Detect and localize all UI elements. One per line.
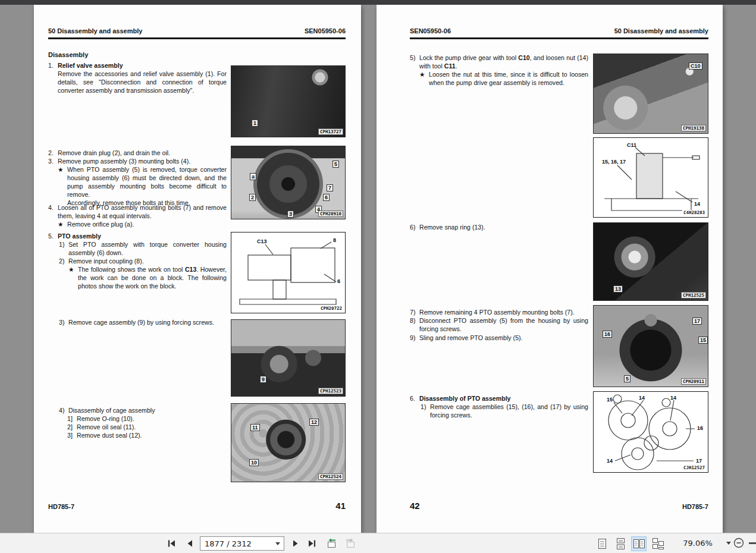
window-top-edge <box>0 0 756 5</box>
figure-caption: CPH20722 <box>319 306 343 311</box>
single-page-view-button[interactable] <box>595 537 609 551</box>
item-number: 5) <box>410 54 415 62</box>
item-number: 6. <box>410 394 415 403</box>
item-number: 2] <box>67 423 73 431</box>
figure-callout: 6 <box>323 194 330 201</box>
facing-pages-view-icon <box>633 538 645 549</box>
list-item: 5. PTO assembly <box>48 232 227 240</box>
item-text: Remove dust seal (12). <box>77 431 227 439</box>
item-number: 9) <box>410 334 415 342</box>
item-text: Lock the pump drive gear with tool <box>419 54 518 61</box>
continuous-view-button[interactable] <box>613 537 628 551</box>
figure-callout: 2 <box>249 194 256 201</box>
figure-diagram: 15 14 14 16 14 17 CJH12527 <box>593 391 708 473</box>
previous-page-icon <box>185 539 195 548</box>
next-page-button[interactable] <box>289 538 302 550</box>
note-text: Loosen the nut at this time, since it is… <box>429 70 588 87</box>
last-page-button[interactable] <box>306 538 319 550</box>
figure-photo: C10 CPH19138 <box>593 54 708 134</box>
list-item: 1] Remove O-ring (10). <box>67 414 227 423</box>
figure-callout: C10 <box>689 62 702 70</box>
star-icon: ★ <box>58 165 64 174</box>
item-text: Remove pump assembly (3) mounting bolts … <box>58 157 227 165</box>
item-text: Remove oil seal (11). <box>77 423 227 431</box>
list-item: 8) Disconnect PTO assembly (5) from the … <box>410 316 588 333</box>
previous-view-button[interactable] <box>325 538 338 550</box>
figure-callout: 14 <box>607 458 613 464</box>
continuous-facing-view-icon <box>653 538 664 549</box>
viewer-toolbar: 79.06% <box>0 533 756 553</box>
next-view-button[interactable] <box>344 538 357 550</box>
figure-caption: CPH19138 <box>681 125 706 131</box>
zoom-dropdown-caret-icon[interactable] <box>726 542 731 545</box>
page-number-combobox[interactable] <box>200 536 284 551</box>
figure-photo: 5 a 7 2 6 4 3 CPH20910 <box>231 146 346 219</box>
list-item: 4. Loosen all of PTO assembly mounting b… <box>48 203 227 220</box>
figure-callout: C11 <box>627 142 636 148</box>
zoom-out-icon <box>733 537 745 549</box>
zoom-out-button[interactable] <box>732 537 745 549</box>
figure-callout: 9 <box>260 376 266 383</box>
figure-callout: 14 <box>639 395 645 401</box>
next-page-icon <box>291 539 300 548</box>
page-number-input[interactable] <box>200 538 274 549</box>
figure-callout: 5 <box>624 375 630 382</box>
figure-caption: CPH20911 <box>681 378 706 385</box>
figure-callout: 11 <box>250 424 260 431</box>
figure-caption: C4H28283 <box>682 210 706 215</box>
single-page-view-icon <box>597 538 607 549</box>
continuous-view-icon <box>616 538 626 549</box>
page-number: 41 <box>48 501 346 511</box>
list-item: 2) Remove input coupling (8). <box>59 257 227 265</box>
page-header-title: 50 Disassembly and assembly <box>614 27 708 34</box>
figure-callout: a <box>250 173 256 180</box>
document-page-left: 50 Disassembly and assembly SEN05950-06 … <box>34 5 361 533</box>
item-number: 2. <box>48 149 54 157</box>
figure-callout: 14 <box>670 395 676 401</box>
section-heading: Disassembly <box>48 51 88 58</box>
item-number: 8) <box>410 316 415 325</box>
figure-callout: 13 <box>613 285 623 293</box>
item-text: Remove the accessories and relief valve … <box>58 70 227 95</box>
list-item: 5) Lock the pump drive gear with tool C1… <box>410 54 588 70</box>
item-number: 5. <box>48 232 54 240</box>
figure-callout: 17 <box>696 458 702 464</box>
figure-photo: 11 12 10 CPH12524 <box>231 403 346 482</box>
list-item: 3. Remove pump assembly (3) mounting bol… <box>48 157 227 165</box>
first-page-button[interactable] <box>165 538 178 550</box>
continuous-facing-view-button[interactable] <box>651 537 665 551</box>
list-item: 6. Disassembly of PTO assembly <box>410 394 588 403</box>
item-text: Remove drain plug (2), and drain the oil… <box>58 149 227 157</box>
previous-page-button[interactable] <box>183 538 196 550</box>
figure-photo: 13 CPH12525 <box>593 222 708 301</box>
figure-callout: 15, 16, 17 <box>602 159 626 165</box>
item-number: 4. <box>48 203 54 212</box>
zoom-level[interactable]: 79.06% <box>679 539 716 548</box>
figure-photo: 16 17 15 5 CPH20911 <box>593 305 708 387</box>
item-text: Remove cage assemblies (15), (16), and (… <box>430 403 588 419</box>
figure-caption: CPH13727 <box>318 128 343 135</box>
list-item: 4) Disassembly of cage assembly <box>59 406 227 414</box>
item-text: Remove snap ring (13). <box>419 223 588 231</box>
note-text: When PTO assembly (5) is removed, torque… <box>67 165 227 199</box>
note-item: ★ Loosen the nut at this time, since it … <box>419 70 588 87</box>
zoom-slider[interactable] <box>749 542 756 544</box>
list-item: 1. Relief valve assembly Remove the acce… <box>48 61 227 95</box>
figure-callout: 15 <box>698 337 708 344</box>
figure-caption: CPH12524 <box>318 473 343 480</box>
last-page-icon <box>308 539 317 548</box>
header-rule <box>48 37 346 39</box>
list-item: 1) Remove cage assemblies (15), (16), an… <box>421 403 588 419</box>
item-number: 2) <box>59 257 64 265</box>
item-title: Disassembly of PTO assembly <box>419 394 588 403</box>
figure-callout: 5 <box>332 161 339 168</box>
page-dropdown-caret-icon[interactable] <box>275 542 280 545</box>
page-header-code: SEN05950-06 <box>305 27 346 34</box>
figure-caption: CPH12523 <box>318 388 343 394</box>
figure-callout: 7 <box>327 184 333 191</box>
figure-photo: 1 CPH13727 <box>231 65 346 137</box>
list-item: 2. Remove drain plug (2), and drain the … <box>48 149 227 157</box>
figure-callout: 12 <box>309 419 319 426</box>
tool-ref: C10 <box>518 54 529 61</box>
facing-pages-view-button[interactable] <box>632 537 646 551</box>
